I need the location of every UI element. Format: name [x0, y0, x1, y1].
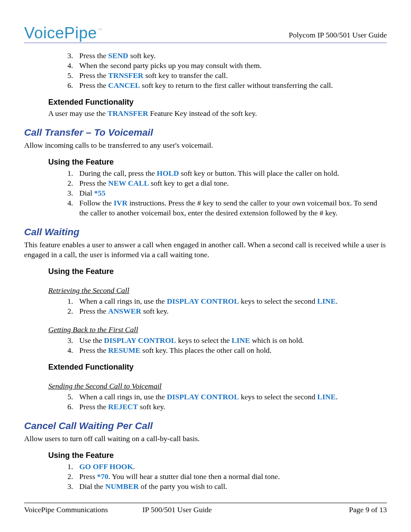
key-line: LINE — [232, 336, 250, 345]
list-item: During the call, press the HOLD soft key… — [75, 168, 387, 178]
heading-utf-2: Using the Feature — [48, 267, 387, 277]
list-item: Press the ANSWER soft key. — [75, 306, 387, 316]
ccw-intro: Allow users to turn off call waiting on … — [24, 434, 387, 444]
key-resume: RESUME — [108, 346, 140, 355]
key-transfer: TRANSFER — [108, 109, 148, 118]
key-number: NUMBER — [105, 482, 139, 491]
list-item: Dial the NUMBER of the party you wish to… — [75, 482, 387, 492]
heading-utf-1: Using the Feature — [48, 157, 387, 168]
heading-call-waiting: Call Waiting — [24, 226, 387, 239]
key-answer: ANSWER — [108, 307, 141, 315]
list-item: When a call rings in, use the DISPLAY CO… — [75, 296, 387, 306]
page-header: VoicePipe ™ Polycom IP 500/501 User Guid… — [24, 25, 387, 43]
list-item: GO OFF HOOK. — [75, 462, 387, 472]
footer-page: Page 9 of 13 — [349, 505, 387, 515]
key-newcall: NEW CALL — [108, 179, 149, 187]
brand-logo: VoicePipe ™ — [24, 25, 102, 41]
footer-doc: IP 500/501 User Guide — [143, 505, 212, 515]
list-item: Press *70. You will hear a stutter dial … — [75, 472, 387, 482]
subhead-retrieving: Retrieving the Second Call — [48, 286, 387, 296]
list-item: Press the RESUME soft key. This places t… — [75, 345, 387, 355]
trademark-icon: ™ — [98, 27, 102, 33]
key-line: LINE — [317, 297, 336, 305]
code-star55: *55 — [94, 189, 106, 197]
cw-intro: This feature enables a user to answer a … — [24, 240, 387, 260]
key-hold: HOLD — [157, 169, 179, 177]
key-offhook: GO OFF HOOK — [79, 462, 133, 471]
list-item: Follow the IVR instructions. Press the #… — [75, 198, 387, 218]
code-star70: *70 — [97, 472, 108, 481]
list-item: Press the NEW CALL soft key to get a dia… — [75, 178, 387, 188]
key-display: DISPLAY CONTROL — [167, 392, 239, 401]
ctv-intro: Allow incoming calls to be transferred t… — [24, 140, 387, 150]
heading-cancel-cw: Cancel Call Waiting Per Call — [24, 420, 387, 432]
header-doc-title: Polycom IP 500/501 User Guide — [289, 30, 387, 40]
list-item: When the second party picks up you may c… — [75, 61, 387, 71]
key-display: DISPLAY CONTROL — [167, 297, 239, 305]
list-item: Use the DISPLAY CONTROL keys to select t… — [75, 336, 387, 345]
ctv-steps: During the call, press the HOLD soft key… — [71, 168, 387, 218]
brand-name: VoicePipe — [24, 25, 97, 41]
key-cancel: CANCEL — [108, 81, 140, 90]
key-reject: REJECT — [108, 402, 138, 411]
list-item: Press the REJECT soft key. — [75, 402, 387, 412]
ccw-steps: GO OFF HOOK. Press *70. You will hear a … — [71, 462, 387, 492]
cw-steps-c: When a call rings in, use the DISPLAY CO… — [71, 392, 387, 412]
heading-extended-1: Extended Functionality — [48, 97, 387, 108]
heading-call-transfer-vm: Call Transfer – To Voicemail — [24, 126, 387, 139]
key-trnsfer: TRNSFER — [108, 71, 143, 80]
heading-extended-2: Extended Functionality — [48, 362, 387, 373]
list-item: Dial *55 — [75, 188, 387, 198]
key-line: LINE — [317, 392, 336, 401]
subhead-getting-back: Getting Back to the First Call — [48, 325, 387, 335]
list-item: Press the TRNSFER soft key to transfer t… — [75, 71, 387, 81]
list-item: Press the SEND soft key. — [75, 51, 387, 61]
list-item: Press the CANCEL soft key to return to t… — [75, 81, 387, 90]
cw-steps-a: When a call rings in, use the DISPLAY CO… — [71, 296, 387, 316]
heading-utf-3: Using the Feature — [48, 451, 387, 461]
extended-para-1: A user may use the TRANSFER Feature Key … — [48, 109, 387, 118]
key-send: SEND — [108, 51, 128, 60]
key-ivr: IVR — [114, 199, 128, 207]
footer-company: VoicePipe Communications — [24, 505, 108, 515]
cw-steps-b: Use the DISPLAY CONTROL keys to select t… — [71, 336, 387, 355]
list-item: When a call rings in, use the DISPLAY CO… — [75, 392, 387, 402]
page-footer: VoicePipe Communications IP 500/501 User… — [24, 503, 387, 515]
key-display: DISPLAY CONTROL — [104, 336, 176, 345]
transfer-steps-cont: Press the SEND soft key. When the second… — [71, 51, 387, 90]
subhead-send-vm: Sending the Second Call to Voicemail — [48, 381, 387, 391]
